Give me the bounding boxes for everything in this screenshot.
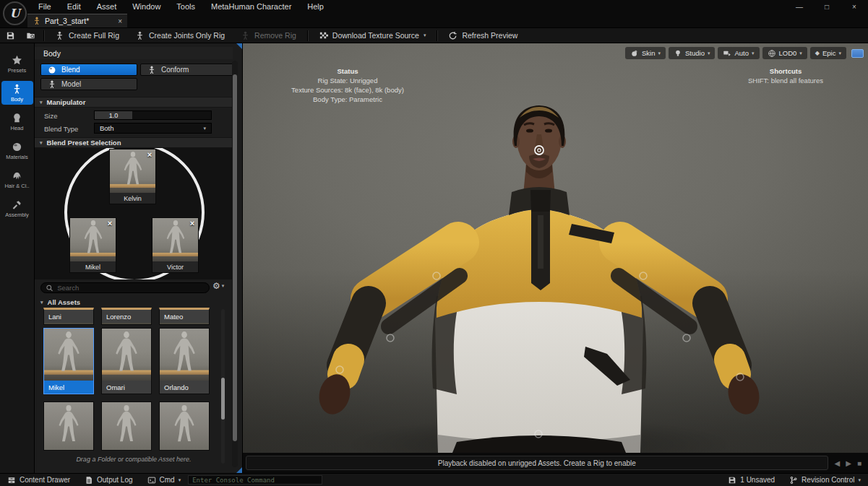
unsaved-button[interactable]: 1 Unsaved — [721, 476, 782, 485]
blend-type-dropdown[interactable]: Both ▾ — [94, 123, 212, 134]
menu-tools[interactable]: Tools — [168, 0, 203, 14]
maximize-viewport-icon[interactable] — [851, 49, 864, 58]
toolbar-divider — [437, 30, 437, 41]
manipulator-section-header[interactable]: ▾ Manipulator — [35, 97, 233, 108]
cmd-dropdown[interactable]: Cmd ▾ — [140, 474, 189, 486]
close-button[interactable]: × — [841, 0, 868, 14]
asset-card[interactable] — [159, 402, 210, 451]
menu-help[interactable]: Help — [299, 0, 332, 14]
model-mode-button[interactable]: Model — [40, 78, 137, 90]
maximize-button[interactable]: □ — [813, 0, 841, 14]
character-viewport[interactable]: Skin ▾ Studio ▾ Auto ▾ LOD0 ▾ ◆ Epic — [243, 43, 868, 453]
panel-resize-corner[interactable] — [236, 467, 242, 473]
preview-mode-skin-dropdown[interactable]: Skin ▾ — [625, 47, 666, 59]
preset-name: Kelvin — [110, 193, 155, 204]
lod-dropdown[interactable]: LOD0 ▾ — [762, 47, 807, 59]
chevron-down-icon: ▾ — [858, 477, 861, 483]
asset-list-scrollbar-thumb[interactable] — [221, 378, 225, 420]
remove-preset-icon[interactable]: × — [187, 218, 197, 228]
asset-card-mateo[interactable]: Mateo — [159, 308, 210, 325]
save-icon — [728, 476, 736, 485]
menu-window[interactable]: Window — [124, 0, 168, 14]
asset-name: Mikel — [44, 381, 93, 394]
playback-message: Playback disabled on unrigged Assets. Cr… — [246, 456, 828, 470]
rail-item-presets[interactable]: Presets — [1, 52, 33, 76]
browse-to-asset-button[interactable] — [20, 27, 40, 43]
tab-close-icon[interactable]: × — [118, 17, 122, 25]
conform-mode-button[interactable]: Conform — [140, 64, 234, 76]
size-input[interactable]: 1.0 — [94, 110, 212, 120]
rig-state-line: Rig State: Unrigged — [253, 76, 442, 85]
head-icon — [12, 113, 22, 123]
viewport-controls: Skin ▾ Studio ▾ Auto ▾ LOD0 ▾ ◆ Epic — [625, 47, 864, 59]
menu-edit[interactable]: Edit — [59, 0, 89, 14]
preset-name: Mikel — [70, 261, 116, 272]
menu-file[interactable]: File — [30, 0, 59, 14]
rail-item-head[interactable]: Head — [1, 110, 33, 134]
shortcuts-overlay: Shortcuts SHIFT: blend all features — [704, 66, 867, 85]
search-settings[interactable]: ⚙ ▾ — [212, 281, 224, 291]
tab-bar: Part_3_start* × — [0, 14, 868, 27]
asset-tab[interactable]: Part_3_start* × — [27, 14, 127, 27]
save-button[interactable] — [0, 27, 20, 43]
play-icon[interactable]: ▶ — [846, 459, 851, 467]
search-input[interactable] — [57, 284, 205, 292]
rail-item-assembly[interactable]: Assembly — [1, 196, 33, 220]
blend-preset-section-header[interactable]: ▾ Blend Preset Selection — [35, 137, 233, 148]
minimize-button[interactable]: — — [786, 0, 813, 14]
rig-status-overlay: Status Rig State: Unrigged Texture Sourc… — [253, 66, 442, 104]
content-drawer-button[interactable]: Content Drawer — [0, 474, 77, 486]
panel-scrollbar-thumb[interactable] — [233, 74, 237, 441]
joints-person-icon — [135, 31, 145, 40]
create-joints-only-rig-button[interactable]: Create Joints Only Rig — [127, 27, 233, 43]
download-texture-source-button[interactable]: Download Texture Source ▾ — [311, 27, 434, 43]
stop-icon[interactable]: ■ — [857, 459, 861, 467]
panel-title: Body — [35, 47, 233, 59]
texture-checker-icon — [319, 31, 328, 40]
asset-card[interactable] — [101, 402, 152, 451]
remove-preset-icon[interactable]: × — [145, 149, 155, 160]
toolbar-divider — [43, 30, 44, 41]
panel-resize-corner[interactable] — [236, 43, 242, 49]
all-assets-header[interactable]: ▾ All Assets — [40, 298, 80, 306]
chevron-down-icon: ▾ — [658, 51, 661, 56]
blend-preset-selection-zone[interactable]: × Kelvin × Mikel × Victor — [35, 148, 233, 279]
create-full-rig-button[interactable]: Create Full Rig — [47, 27, 127, 43]
asset-card-orlando[interactable]: Orlando — [159, 328, 210, 394]
asset-card-mikel[interactable]: Mikel — [43, 328, 94, 394]
asset-search[interactable] — [40, 282, 210, 293]
chevron-down-icon: ▾ — [708, 51, 710, 56]
rail-item-hair-clothing[interactable]: Hair & Cl.. — [1, 168, 33, 191]
lod-sphere-icon — [768, 49, 776, 58]
remove-preset-icon[interactable]: × — [105, 218, 115, 228]
body-panel: Body Blend Conform Model ▾ Manipulator S… — [35, 43, 243, 473]
screen-percentage-auto-dropdown[interactable]: Auto ▾ — [718, 47, 759, 59]
blend-mode-button[interactable]: Blend — [40, 64, 137, 76]
asset-card-omari[interactable]: Omari — [101, 328, 152, 394]
body-type-line: Body Type: Parametric — [253, 95, 442, 104]
preset-card-kelvin[interactable]: × Kelvin — [109, 149, 156, 204]
refresh-preview-button[interactable]: Refresh Preview — [440, 27, 525, 43]
preset-card-mikel[interactable]: × Mikel — [69, 217, 116, 273]
refresh-icon — [448, 31, 457, 40]
lighting-studio-dropdown[interactable]: Studio ▾ — [669, 47, 715, 59]
asset-card-lani[interactable]: Lani — [43, 308, 94, 325]
revision-control-dropdown[interactable]: Revision Control ▾ — [782, 476, 868, 485]
rail-item-body[interactable]: Body — [1, 81, 33, 105]
size-value: 1.0 — [95, 111, 132, 119]
asset-thumbnail — [44, 402, 93, 450]
unreal-logo-icon[interactable]: U — [3, 1, 27, 25]
console-command-input[interactable] — [188, 475, 322, 485]
collapse-caret-icon: ▾ — [40, 100, 43, 105]
menu-asset[interactable]: Asset — [89, 0, 125, 14]
preset-card-victor[interactable]: × Victor — [152, 217, 199, 273]
remove-rig-button[interactable]: Remove Rig — [233, 27, 304, 43]
output-log-button[interactable]: Output Log — [77, 474, 139, 486]
rail-item-materials[interactable]: Materials — [1, 139, 33, 162]
asset-card[interactable] — [43, 402, 94, 451]
menu-metahuman-character[interactable]: MetaHuman Character — [203, 0, 299, 14]
asset-thumbnail — [160, 402, 209, 450]
previous-frame-icon[interactable]: ◀ — [835, 459, 841, 467]
asset-card-lorenzo[interactable]: Lorenzo — [101, 308, 152, 325]
quality-epic-dropdown[interactable]: ◆ Epic ▾ — [810, 47, 846, 59]
